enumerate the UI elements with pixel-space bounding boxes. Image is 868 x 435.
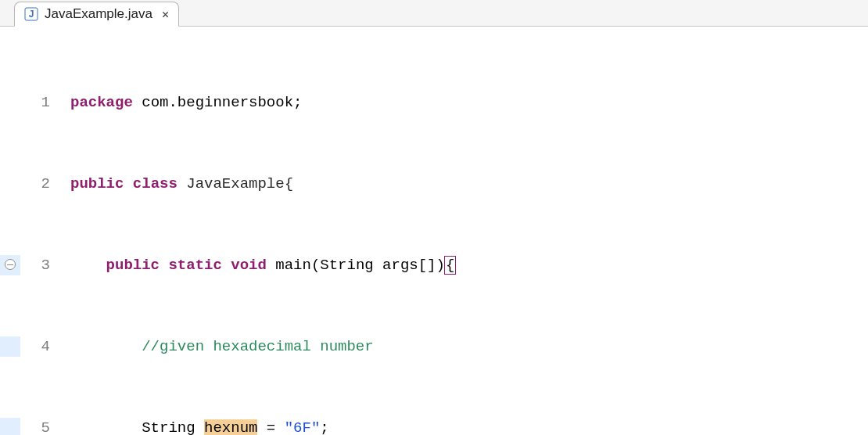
line-number: 3 (20, 255, 53, 275)
fold-gutter[interactable] (0, 255, 20, 275)
line-number: 2 (20, 174, 53, 194)
editor-file-tab-label: JavaExample.java (45, 6, 152, 22)
editor-area: J JavaExample.java ✕ 1 package com.begin… (0, 0, 868, 435)
close-icon[interactable]: ✕ (162, 7, 169, 21)
code-line: 1 package com.beginnersbook; (0, 92, 868, 113)
svg-text:J: J (29, 9, 34, 20)
fold-minus-icon[interactable] (5, 259, 16, 270)
fold-gutter (0, 92, 20, 113)
java-file-icon: J (24, 7, 38, 21)
line-number: 4 (20, 336, 53, 357)
editor-tab-bar: J JavaExample.java ✕ (0, 0, 868, 27)
code-editor[interactable]: 1 package com.beginnersbook; 2 public cl… (0, 27, 868, 435)
line-number: 5 (20, 418, 53, 435)
line-number: 1 (20, 92, 53, 113)
editor-file-tab[interactable]: J JavaExample.java ✕ (14, 2, 179, 27)
